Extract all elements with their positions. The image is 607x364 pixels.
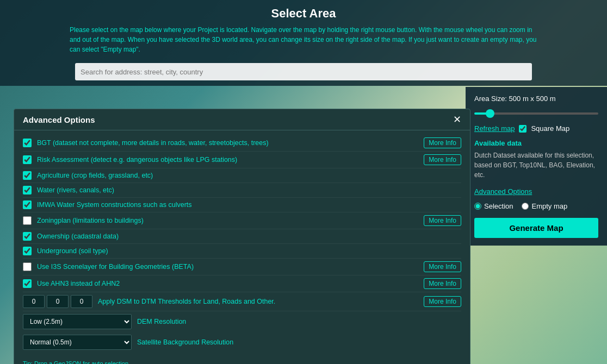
radio-row: Selection Empty map — [474, 202, 598, 210]
advanced-options-modal: Advanced Options ✕ BGT (dataset not comp… — [14, 109, 470, 364]
checkbox-ownership[interactable] — [23, 232, 32, 241]
generate-map-button[interactable]: Generate Map — [474, 218, 598, 238]
option-row-risk: Risk Assessment (detect e.g. dangerous o… — [23, 152, 461, 168]
label-ownership: Ownership (cadastral data) — [37, 233, 461, 240]
page-title: Select Area — [11, 7, 596, 21]
modal-title: Advanced Options — [23, 115, 95, 124]
label-zoningplan: Zoningplan (limitations to buildings) — [37, 217, 419, 224]
search-input[interactable] — [75, 63, 532, 80]
dem-label: DEM Resolution — [137, 318, 461, 325]
threshold-input-other[interactable] — [71, 295, 92, 308]
option-row-underground: Underground (soil type) — [23, 244, 461, 259]
checkbox-risk[interactable] — [23, 155, 32, 164]
checkbox-water[interactable] — [23, 186, 32, 194]
option-row-water: Water (rivers, canals, etc) — [23, 183, 461, 198]
dem-resolution-select[interactable]: Low (2.5m) Normal (0.5m) High (0.1m) — [23, 314, 132, 329]
threshold-row: Apply DSM to DTM Thresholds for Land, Ro… — [23, 292, 461, 311]
tip-text: Tip: Drop a GeoJSON for auto selection — [14, 358, 470, 364]
label-imwa: IMWA Water System constructions such as … — [37, 201, 461, 209]
available-data-text: Dutch Dataset available for this selecti… — [474, 150, 598, 180]
instruction-text: Please select on the map below where you… — [70, 25, 537, 54]
threshold-input-roads[interactable] — [47, 295, 69, 308]
more-info-ahn3[interactable]: More Info — [424, 278, 461, 289]
checkbox-i3s[interactable] — [23, 262, 32, 271]
empty-map-radio[interactable] — [522, 203, 529, 210]
label-i3s: Use I3S Scenelayer for Building Geometri… — [37, 263, 419, 271]
checkbox-underground[interactable] — [23, 247, 32, 255]
label-risk: Risk Assessment (detect e.g. dangerous o… — [37, 156, 419, 164]
area-size-slider[interactable] — [474, 112, 598, 115]
modal-header: Advanced Options ✕ — [14, 109, 470, 130]
checkbox-zoningplan[interactable] — [23, 216, 32, 225]
checkbox-imwa[interactable] — [23, 200, 32, 209]
more-info-risk[interactable]: More Info — [424, 154, 461, 165]
selection-radio[interactable] — [474, 203, 481, 210]
label-ahn3: Use AHN3 instead of AHN2 — [37, 280, 419, 287]
advanced-options-link[interactable]: Advanced Options — [474, 187, 598, 196]
satellite-row: Low (2.5m) Normal (0.5m) High (0.1m) Sat… — [23, 332, 461, 353]
checkbox-agriculture[interactable] — [23, 171, 32, 180]
label-bgt: BGT (dataset not complete, more details … — [37, 139, 419, 147]
threshold-inputs — [23, 295, 92, 308]
dem-row: Low (2.5m) Normal (0.5m) High (0.1m) DEM… — [23, 311, 461, 332]
more-info-i3s[interactable]: More Info — [424, 261, 461, 272]
option-row-zoningplan: Zoningplan (limitations to buildings) Mo… — [23, 212, 461, 229]
satellite-resolution-select[interactable]: Low (2.5m) Normal (0.5m) High (0.1m) — [23, 335, 132, 350]
refresh-map-link[interactable]: Refresh map — [474, 124, 515, 133]
selection-radio-option[interactable]: Selection — [474, 202, 513, 210]
option-row-agriculture: Agriculture (crop fields, grassland, etc… — [23, 168, 461, 183]
label-underground: Underground (soil type) — [37, 247, 461, 255]
checkbox-bgt[interactable] — [23, 139, 32, 147]
option-row-bgt: BGT (dataset not complete, more details … — [23, 135, 461, 152]
available-data-title: Available data — [474, 139, 598, 147]
checkbox-ahn3[interactable] — [23, 279, 32, 288]
modal-body: BGT (dataset not complete, more details … — [14, 130, 470, 358]
refresh-row: Refresh map Square Map — [474, 124, 598, 133]
more-info-threshold[interactable]: More Info — [424, 296, 461, 307]
modal-close-button[interactable]: ✕ — [453, 115, 461, 124]
right-panel: Area Size: 500 m x 500 m Refresh map Squ… — [466, 87, 607, 246]
more-info-zoningplan[interactable]: More Info — [424, 215, 461, 226]
slider-container — [474, 107, 598, 117]
area-size-label: Area Size: 500 m x 500 m — [474, 95, 598, 103]
square-map-checkbox[interactable] — [519, 125, 527, 133]
empty-map-label: Empty map — [531, 202, 567, 210]
option-row-imwa: IMWA Water System constructions such as … — [23, 198, 461, 212]
top-overlay: Select Area Please select on the map bel… — [0, 0, 607, 86]
selection-label: Selection — [484, 202, 513, 210]
label-agriculture: Agriculture (crop fields, grassland, etc… — [37, 172, 461, 179]
option-row-ahn3: Use AHN3 instead of AHN2 More Info — [23, 275, 461, 292]
threshold-input-land[interactable] — [23, 295, 45, 308]
label-threshold: Apply DSM to DTM Thresholds for Land, Ro… — [98, 298, 419, 305]
label-water: Water (rivers, canals, etc) — [37, 186, 461, 194]
empty-map-radio-option[interactable]: Empty map — [522, 202, 567, 210]
square-map-label: Square Map — [531, 124, 569, 133]
satellite-label: Satellite Background Resolution — [137, 338, 461, 346]
more-info-bgt[interactable]: More Info — [424, 137, 461, 148]
option-row-i3s: Use I3S Scenelayer for Building Geometri… — [23, 259, 461, 275]
available-data-section: Available data Dutch Dataset available f… — [474, 139, 598, 180]
option-row-ownership: Ownership (cadastral data) — [23, 229, 461, 244]
